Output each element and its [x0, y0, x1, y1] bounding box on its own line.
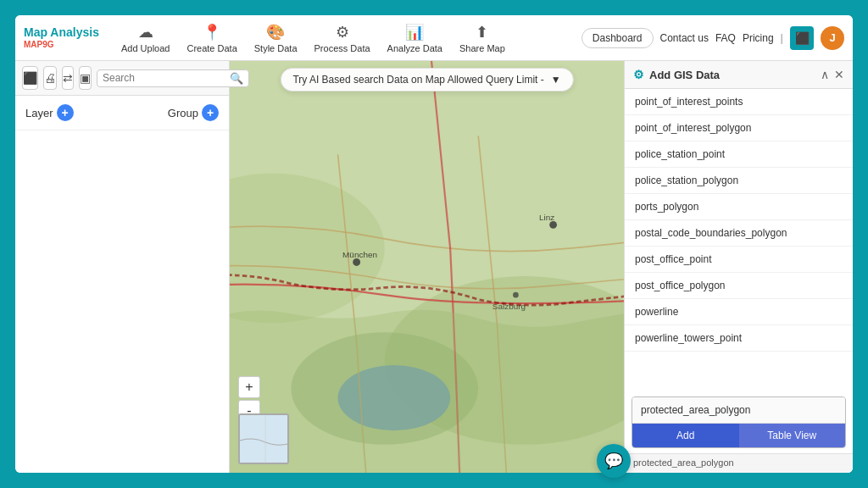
- svg-text:München: München: [342, 250, 377, 259]
- chat-bubble[interactable]: 💬: [597, 444, 631, 473]
- add-button[interactable]: Add: [632, 424, 739, 447]
- layer-group-header: Layer + Group +: [15, 96, 229, 130]
- layer-label: Layer: [25, 107, 53, 119]
- group-button[interactable]: Group +: [168, 104, 219, 121]
- nav-items: ☁Add Upload📍Create Data🎨Style Data⚙Proce…: [114, 19, 581, 57]
- svg-text:Linz: Linz: [539, 213, 554, 222]
- toolbar-btn-3[interactable]: ⇄: [62, 66, 74, 90]
- panel-list: point_of_interest_pointspoint_of_interes…: [625, 89, 853, 391]
- nav-item-style-data[interactable]: 🎨Style Data: [248, 19, 304, 57]
- right-panel: ⚙ Add GIS Data ∧ ✕ point_of_interest_poi…: [624, 61, 853, 473]
- sidebar-toolbar: ⬛ 🖨 ⇄ ▣ 🔍: [15, 61, 229, 96]
- add-upload-icon: ☁: [138, 23, 153, 42]
- panel-header: ⚙ Add GIS Data ∧ ✕: [625, 61, 853, 89]
- selected-item-actions: Add Table View: [632, 424, 845, 447]
- tooltip-text: protected_area_polygon: [633, 458, 734, 468]
- process-data-label: Process Data: [314, 43, 370, 53]
- toolbar-btn-2[interactable]: 🖨: [43, 66, 57, 90]
- map-thumbnail: [238, 413, 289, 464]
- nav-item-add-upload[interactable]: ☁Add Upload: [114, 19, 177, 57]
- list-item[interactable]: point_of_interest_points: [625, 89, 853, 115]
- toolbar-btn-4[interactable]: ▣: [79, 66, 92, 90]
- nav-item-create-data[interactable]: 📍Create Data: [180, 19, 243, 57]
- group-label: Group: [168, 107, 198, 119]
- process-data-icon: ⚙: [336, 23, 349, 42]
- nav-item-process-data[interactable]: ⚙Process Data: [308, 19, 377, 57]
- search-input[interactable]: [103, 72, 230, 84]
- tooltip-area: protected_area_polygon: [625, 453, 853, 473]
- navbar: Map Analysis MAP9G ☁Add Upload📍Create Da…: [15, 15, 853, 61]
- search-icon: 🔍: [230, 72, 243, 85]
- share-map-label: Share Map: [459, 43, 505, 53]
- list-item[interactable]: point_of_interest_polygon: [625, 115, 853, 141]
- group-plus-icon: +: [202, 104, 219, 121]
- list-item[interactable]: police_station_polygon: [625, 168, 853, 194]
- layer-button[interactable]: Layer +: [25, 104, 74, 121]
- minimize-button[interactable]: ∧: [821, 68, 829, 81]
- svg-point-5: [353, 258, 360, 266]
- cube-icon: ⬛: [790, 26, 814, 50]
- svg-point-6: [549, 221, 557, 229]
- close-button[interactable]: ✕: [834, 68, 844, 81]
- map-background: München Linz Salzburg: [230, 61, 624, 473]
- toolbar-btn-1[interactable]: ⬛: [22, 66, 38, 90]
- list-item[interactable]: powerline: [625, 299, 853, 325]
- panel-controls: ∧ ✕: [821, 68, 844, 81]
- style-data-icon: 🎨: [266, 23, 285, 42]
- faq-link[interactable]: FAQ: [715, 32, 736, 44]
- chevron-down-icon: ▼: [551, 74, 561, 86]
- brand: Map Analysis MAP9G: [24, 26, 99, 48]
- list-item[interactable]: post_office_point: [625, 247, 853, 273]
- panel-title-text: Add GIS Data: [649, 69, 720, 81]
- app-wrapper: Map Analysis MAP9G ☁Add Upload📍Create Da…: [15, 15, 853, 473]
- list-item[interactable]: powerline_towers_point: [625, 325, 853, 352]
- panel-title: ⚙ Add GIS Data: [633, 68, 720, 81]
- nav-item-analyze-data[interactable]: 📊Analyze Data: [381, 19, 449, 57]
- search-box: 🔍: [97, 69, 249, 87]
- contact-link[interactable]: Contact us: [660, 32, 709, 44]
- list-item[interactable]: ports_polygon: [625, 194, 853, 220]
- user-avatar[interactable]: J: [821, 26, 844, 50]
- dashboard-button[interactable]: Dashboard: [581, 28, 654, 48]
- share-map-icon: ⬆: [476, 23, 488, 42]
- ai-banner[interactable]: Try AI Based search Data on Map Allowed …: [280, 68, 573, 92]
- main-area: ⬛ 🖨 ⇄ ▣ 🔍 Layer + Group +: [15, 61, 853, 473]
- thumbnail-svg: [240, 415, 289, 464]
- pricing-link[interactable]: Pricing: [743, 32, 774, 44]
- create-data-label: Create Data: [186, 43, 236, 53]
- map-area[interactable]: München Linz Salzburg Try AI Based searc…: [230, 61, 624, 473]
- list-item[interactable]: post_office_polygon: [625, 273, 853, 299]
- panel-selected-item: protected_area_polygon Add Table View: [632, 396, 846, 448]
- brand-sub: MAP9G: [24, 40, 54, 49]
- zoom-in-button[interactable]: +: [238, 376, 260, 398]
- nav-right: Dashboard Contact us FAQ Pricing | ⬛ J: [581, 26, 844, 50]
- svg-point-7: [513, 292, 519, 298]
- analyze-data-label: Analyze Data: [387, 43, 442, 53]
- ai-banner-text: Try AI Based search Data on Map Allowed …: [292, 74, 543, 86]
- layer-plus-icon: +: [57, 104, 74, 121]
- create-data-icon: 📍: [203, 23, 221, 42]
- left-sidebar: ⬛ 🖨 ⇄ ▣ 🔍 Layer + Group +: [15, 61, 230, 473]
- svg-rect-11: [240, 415, 289, 464]
- brand-title: Map Analysis: [24, 26, 99, 39]
- nav-item-share-map[interactable]: ⬆Share Map: [453, 19, 512, 57]
- selected-item-text: protected_area_polygon: [632, 397, 845, 424]
- analyze-data-icon: 📊: [405, 23, 424, 42]
- style-data-label: Style Data: [254, 43, 298, 53]
- list-item[interactable]: postal_code_boundaries_polygon: [625, 220, 853, 247]
- list-item[interactable]: police_station_point: [625, 141, 853, 168]
- gear-icon: ⚙: [633, 68, 644, 81]
- add-upload-label: Add Upload: [121, 43, 170, 53]
- table-view-button[interactable]: Table View: [739, 424, 846, 447]
